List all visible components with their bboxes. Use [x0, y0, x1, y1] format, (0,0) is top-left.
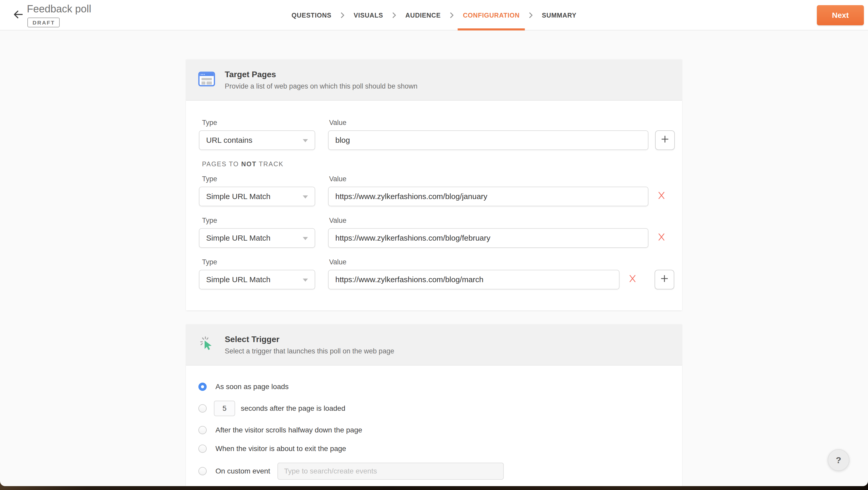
exclude-rule-row: Simple URL Match [199, 228, 675, 248]
step-audience[interactable]: AUDIENCE [405, 0, 441, 30]
target-pages-card: Target Pages Provide a list of web pages… [186, 59, 682, 310]
exclude-value-input[interactable] [328, 270, 619, 289]
exclude-rule-row: Simple URL Match [199, 270, 675, 289]
chevron-right-icon [529, 11, 533, 19]
help-button[interactable]: ? [828, 449, 849, 471]
chevron-down-icon [303, 279, 308, 282]
value-label: Value [328, 217, 346, 225]
pages-to-not-track-heading: PAGES TO NOT TRACK [202, 160, 675, 168]
step-configuration[interactable]: CONFIGURATION [463, 0, 520, 30]
trigger-option-exit: When the visitor is about to exit the pa… [198, 445, 675, 453]
custom-event-search-input[interactable] [277, 463, 504, 480]
back-button[interactable] [11, 9, 25, 22]
type-label: Type [199, 217, 328, 225]
radio-selected[interactable] [198, 383, 207, 391]
radio-unselected[interactable] [198, 404, 207, 413]
delay-seconds-input[interactable] [214, 401, 235, 416]
plus-icon [661, 135, 669, 145]
status-badge: DRAFT [27, 18, 60, 27]
value-label: Value [328, 258, 346, 266]
step-summary[interactable]: SUMMARY [542, 0, 577, 30]
type-label: Type [199, 119, 328, 127]
cursor-click-icon [198, 335, 215, 354]
exclude-type-dropdown[interactable]: Simple URL Match [199, 270, 315, 289]
delete-rule-button[interactable] [657, 233, 666, 243]
x-delete-icon [657, 233, 666, 243]
delete-rule-button[interactable] [628, 275, 637, 284]
trigger-option-delay: seconds after the page is loaded [198, 401, 675, 416]
plus-icon [660, 274, 669, 285]
trigger-option-custom-event: On custom event [198, 463, 675, 480]
step-questions[interactable]: QUESTIONS [292, 0, 332, 30]
value-label: Value [328, 119, 346, 127]
trigger-option-scroll: After the visitor scrolls halfway down t… [198, 426, 675, 434]
trigger-option-page-load: As soon as page loads [198, 383, 675, 391]
chevron-right-icon [450, 11, 454, 19]
top-bar: Feedback poll DRAFT QUESTIONS VISUALS AU… [0, 0, 868, 30]
chevron-down-icon [303, 139, 308, 142]
target-pages-header: Target Pages Provide a list of web pages… [186, 59, 682, 101]
next-button[interactable]: Next [817, 5, 864, 25]
exclude-value-input[interactable] [328, 187, 648, 206]
chevron-right-icon [392, 11, 397, 19]
chevron-right-icon [340, 11, 345, 19]
radio-unselected[interactable] [198, 426, 207, 434]
select-trigger-card: Select Trigger Select a trigger that lau… [186, 324, 682, 486]
include-rule-row: URL contains [199, 130, 675, 150]
content-area: Target Pages Provide a list of web pages… [0, 30, 868, 486]
include-value-input[interactable] [328, 130, 648, 150]
exclude-type-dropdown[interactable]: Simple URL Match [199, 228, 315, 248]
add-exclude-rule-button[interactable] [655, 270, 674, 289]
select-trigger-header: Select Trigger Select a trigger that lau… [186, 324, 682, 366]
type-label: Type [199, 258, 328, 266]
step-visuals[interactable]: VISUALS [354, 0, 383, 30]
exclude-rule-row: Simple URL Match [199, 187, 675, 206]
section-title: Select Trigger [225, 335, 394, 344]
browser-window-icon [198, 70, 215, 90]
delete-rule-button[interactable] [657, 192, 666, 201]
value-label: Value [328, 175, 346, 183]
add-include-rule-button[interactable] [655, 130, 675, 150]
page-title: Feedback poll [27, 3, 91, 15]
breadcrumb: QUESTIONS VISUALS AUDIENCE CONFIGURATION… [292, 0, 577, 30]
section-subtitle: Provide a list of web pages on which thi… [225, 83, 417, 90]
x-delete-icon [657, 191, 666, 202]
section-title: Target Pages [225, 70, 417, 79]
exclude-value-input[interactable] [328, 228, 648, 248]
chevron-down-icon [303, 195, 308, 199]
type-label: Type [199, 175, 328, 183]
include-type-dropdown[interactable]: URL contains [199, 130, 315, 150]
arrow-left-icon [12, 8, 24, 23]
exclude-type-dropdown[interactable]: Simple URL Match [199, 187, 315, 206]
x-delete-icon [628, 274, 637, 285]
section-subtitle: Select a trigger that launches this poll… [225, 347, 394, 355]
app-window: Feedback poll DRAFT QUESTIONS VISUALS AU… [0, 0, 868, 490]
radio-unselected[interactable] [198, 467, 207, 475]
radio-unselected[interactable] [198, 445, 207, 453]
chevron-down-icon [303, 237, 308, 240]
